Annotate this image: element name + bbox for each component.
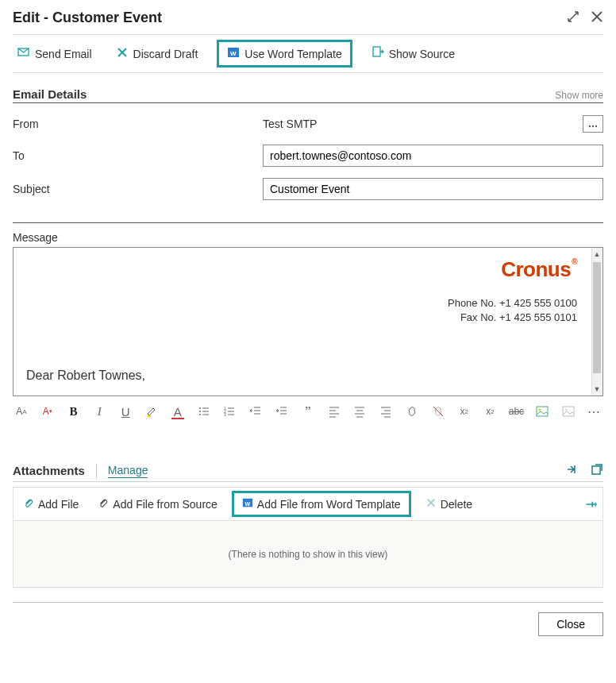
discard-draft-label: Discard Draft xyxy=(133,48,198,60)
subject-input[interactable] xyxy=(263,178,603,200)
align-right-button[interactable] xyxy=(379,404,393,419)
add-file-label: Add File xyxy=(38,498,79,511)
scrollbar-thumb[interactable] xyxy=(593,262,601,373)
svg-point-16 xyxy=(565,409,568,411)
scroll-down-icon[interactable]: ▼ xyxy=(591,384,603,395)
svg-point-6 xyxy=(595,125,597,127)
ellipsis-icon xyxy=(588,118,598,130)
subscript-button[interactable]: x2 xyxy=(483,404,498,419)
attachments-empty-text: (There is nothing to show in this view) xyxy=(229,549,388,560)
unlink-button[interactable] xyxy=(431,404,445,419)
add-file-word-label: Add File from Word Template xyxy=(257,498,401,511)
section-divider xyxy=(13,222,603,223)
svg-rect-3 xyxy=(373,47,380,56)
attachments-list: (There is nothing to show in this view) xyxy=(13,521,603,588)
attachments-title: Attachments xyxy=(13,464,85,477)
font-grow-icon[interactable]: AA xyxy=(14,404,29,419)
use-word-template-highlight: W Use Word Template xyxy=(217,40,352,68)
add-file-from-source-label: Add File from Source xyxy=(113,498,218,511)
svg-point-4 xyxy=(589,125,591,127)
to-row: To xyxy=(13,145,603,167)
insert-image-button[interactable] xyxy=(535,404,549,419)
bullet-list-button[interactable] xyxy=(197,404,211,419)
svg-point-7 xyxy=(199,407,201,409)
add-file-from-word-template-button[interactable]: W Add File from Word Template xyxy=(237,494,406,514)
svg-point-8 xyxy=(199,411,201,412)
font-color-button[interactable]: A xyxy=(171,404,185,419)
email-details-header: Email Details Show more xyxy=(13,87,603,103)
underline-button[interactable]: U xyxy=(118,404,133,419)
close-button[interactable]: Close xyxy=(538,612,603,636)
use-word-template-label: Use Word Template xyxy=(244,48,341,60)
scroll-up-icon[interactable]: ▲ xyxy=(591,249,603,260)
paperclip-icon xyxy=(98,497,109,511)
svg-rect-17 xyxy=(592,466,600,474)
discard-draft-button[interactable]: Discard Draft xyxy=(111,43,203,64)
more-options-button[interactable]: ⋯ xyxy=(587,404,602,419)
show-source-label: Show Source xyxy=(389,48,455,60)
svg-rect-15 xyxy=(563,407,574,416)
mail-icon xyxy=(17,46,30,61)
font-shrink-icon[interactable]: A▾ xyxy=(40,404,55,419)
from-more-button[interactable] xyxy=(583,115,603,133)
close-icon[interactable] xyxy=(591,10,603,25)
add-file-from-source-button[interactable]: Add File from Source xyxy=(93,494,222,514)
align-left-button[interactable] xyxy=(327,404,341,419)
highlight-button[interactable] xyxy=(144,404,159,419)
use-word-template-button[interactable]: W Use Word Template xyxy=(222,43,346,64)
dialog-header: Edit - Customer Event xyxy=(13,10,603,31)
show-source-button[interactable]: Show Source xyxy=(367,43,460,64)
popout-icon[interactable] xyxy=(591,463,603,478)
send-email-button[interactable]: Send Email xyxy=(13,43,97,64)
svg-text:3: 3 xyxy=(224,412,226,417)
dialog-footer: Close xyxy=(13,602,603,636)
insert-image-disabled-icon[interactable] xyxy=(561,404,576,419)
email-details-title: Email Details xyxy=(13,87,87,101)
number-list-button[interactable]: 123 xyxy=(223,404,237,419)
align-center-button[interactable] xyxy=(353,404,368,419)
to-input[interactable] xyxy=(263,145,603,167)
share-icon[interactable] xyxy=(565,463,578,478)
delete-label: Delete xyxy=(441,498,472,511)
send-email-label: Send Email xyxy=(35,48,92,60)
to-label: To xyxy=(13,149,263,162)
subject-row: Subject xyxy=(13,178,603,200)
divider xyxy=(96,464,97,478)
from-label: From xyxy=(13,118,263,130)
svg-point-9 xyxy=(199,414,201,415)
bold-button[interactable]: B xyxy=(67,404,81,419)
quote-button[interactable]: ” xyxy=(301,404,315,419)
svg-text:W: W xyxy=(244,501,250,507)
delete-icon xyxy=(425,497,437,511)
from-value: Test SMTP xyxy=(263,114,578,133)
dialog-title: Edit - Customer Event xyxy=(13,10,162,26)
source-icon xyxy=(372,46,384,61)
message-editor[interactable]: Cronus® Phone No. +1 425 555 0100 Fax No… xyxy=(13,247,603,396)
svg-text:W: W xyxy=(230,50,237,57)
expand-icon[interactable] xyxy=(567,10,579,25)
add-file-button[interactable]: Add File xyxy=(18,494,83,514)
superscript-button[interactable]: x2 xyxy=(457,404,472,419)
manage-link[interactable]: Manage xyxy=(108,464,148,478)
attachments-header-row: Attachments Manage xyxy=(13,463,603,482)
salutation: Dear Robert Townes, xyxy=(26,369,590,383)
italic-button[interactable]: I xyxy=(92,404,106,419)
link-button[interactable] xyxy=(405,404,419,419)
word-icon: W xyxy=(242,497,253,511)
phone-line: Phone No. +1 425 555 0100 xyxy=(26,296,577,311)
strikethrough-button[interactable]: abc xyxy=(509,404,523,419)
paperclip-icon xyxy=(23,497,34,511)
svg-point-14 xyxy=(539,409,541,411)
svg-point-5 xyxy=(592,125,594,127)
delete-button[interactable]: Delete xyxy=(421,494,477,514)
show-more-link[interactable]: Show more xyxy=(555,90,603,101)
fax-line: Fax No. +1 425 555 0101 xyxy=(26,311,577,325)
word-icon: W xyxy=(227,46,240,61)
scrollbar[interactable]: ▲ ▼ xyxy=(591,248,603,396)
attachments-toolbar: Add File Add File from Source W Add File… xyxy=(13,487,603,521)
subject-label: Subject xyxy=(13,183,263,195)
pin-icon[interactable] xyxy=(583,497,598,511)
add-file-word-highlight: W Add File from Word Template xyxy=(232,491,411,517)
outdent-button[interactable] xyxy=(248,404,263,419)
indent-button[interactable] xyxy=(275,404,289,419)
